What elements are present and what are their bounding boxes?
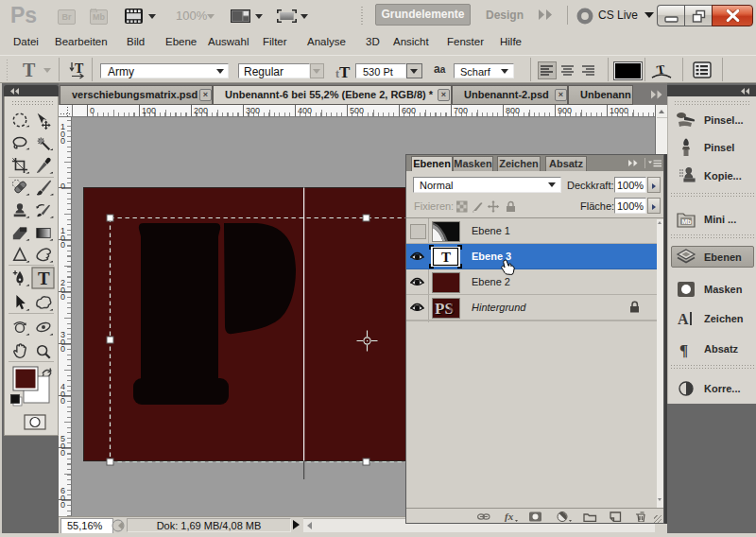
svg-text:T: T [75,61,84,76]
svg-text:T: T [656,62,666,77]
svg-text:T: T [38,268,50,288]
svg-text:¶: ¶ [679,341,688,358]
svg-text:fx: fx [505,511,514,522]
svg-text:T: T [441,250,451,265]
svg-text:A: A [678,311,689,327]
svg-text:Mb: Mb [682,218,692,225]
